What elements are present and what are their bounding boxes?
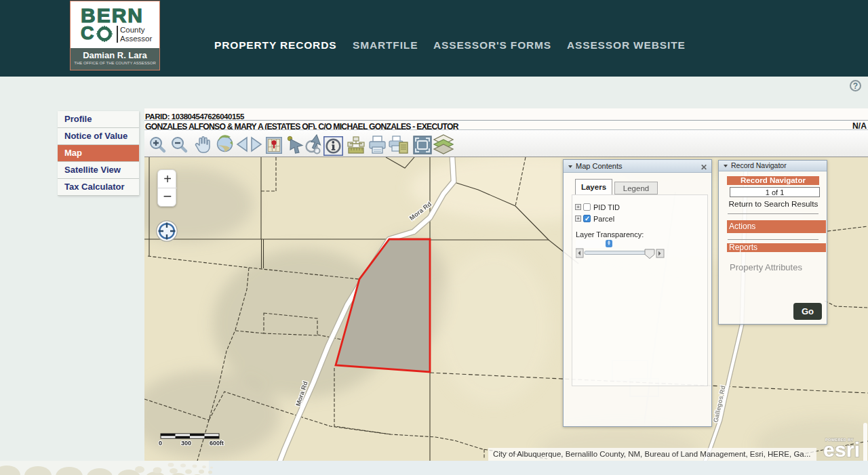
svg-text:300: 300 [181, 440, 191, 447]
svg-text:esri: esri [823, 438, 860, 461]
svg-text:City of Albuquerque, Bernalill: City of Albuquerque, Bernalillo County, … [493, 450, 810, 458]
svg-text:600ft: 600ft [210, 440, 224, 447]
svg-text:0: 0 [159, 440, 162, 447]
